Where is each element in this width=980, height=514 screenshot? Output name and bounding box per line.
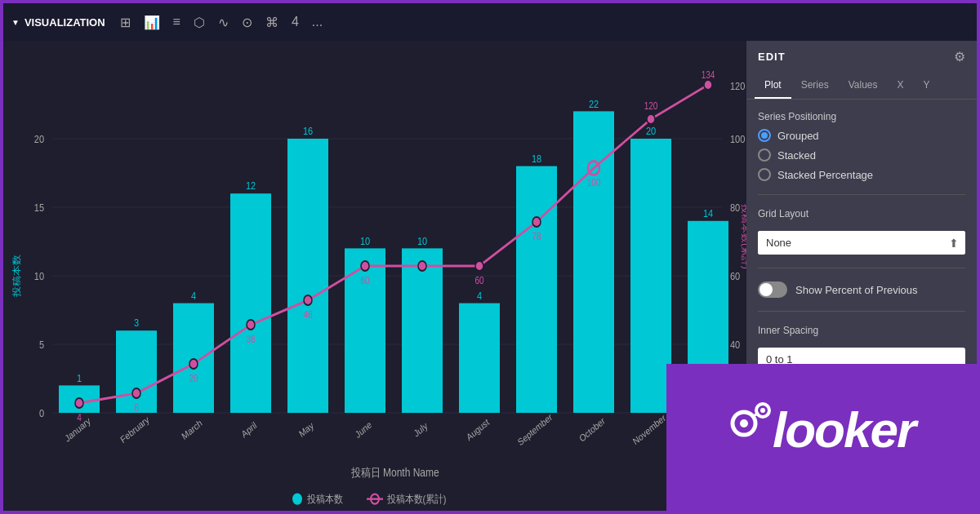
svg-text:36: 36 bbox=[246, 334, 255, 344]
svg-point-85 bbox=[740, 419, 748, 428]
tab-plot[interactable]: Plot bbox=[755, 73, 791, 99]
svg-point-53 bbox=[647, 114, 655, 124]
edit-header: EDIT ⚙ bbox=[746, 41, 977, 73]
svg-text:20: 20 bbox=[34, 133, 44, 145]
grid-layout-label: Grid Layout bbox=[758, 208, 965, 219]
radio-label-stacked-pct: Stacked Percentage bbox=[777, 169, 873, 181]
number-icon[interactable]: 4 bbox=[288, 13, 302, 31]
more-icon[interactable]: ... bbox=[309, 13, 326, 31]
svg-text:投稿日 Month Name: 投稿日 Month Name bbox=[350, 466, 439, 479]
svg-point-87 bbox=[760, 408, 765, 413]
svg-text:120: 120 bbox=[730, 80, 746, 92]
radio-circle-stacked bbox=[758, 148, 771, 162]
series-positioning-label: Series Positioning bbox=[758, 111, 965, 122]
tab-series[interactable]: Series bbox=[791, 73, 839, 99]
svg-text:40: 40 bbox=[730, 339, 740, 351]
tab-y[interactable]: Y bbox=[914, 73, 940, 99]
list-icon[interactable]: ≡ bbox=[170, 13, 184, 31]
svg-text:22: 22 bbox=[589, 98, 599, 110]
grid-layout-select[interactable]: None 2x2 3x3 bbox=[758, 231, 965, 255]
radio-grouped[interactable]: Grouped bbox=[758, 129, 965, 142]
svg-text:4: 4 bbox=[477, 290, 482, 302]
svg-text:8: 8 bbox=[134, 402, 139, 413]
svg-text:14: 14 bbox=[703, 207, 713, 219]
chart-svg: 0 5 10 15 20 20 40 60 80 100 120 投稿本数 投稿… bbox=[3, 41, 746, 511]
radio-stacked[interactable]: Stacked bbox=[758, 148, 965, 162]
svg-rect-35 bbox=[516, 166, 557, 413]
svg-rect-23 bbox=[173, 304, 214, 413]
svg-point-44 bbox=[132, 388, 140, 398]
svg-text:10: 10 bbox=[417, 235, 427, 247]
svg-text:100: 100 bbox=[730, 133, 746, 145]
viz-label: VISUALIZATION bbox=[11, 16, 105, 29]
svg-text:20: 20 bbox=[646, 125, 656, 137]
svg-rect-31 bbox=[402, 248, 443, 413]
svg-text:投稿本数: 投稿本数 bbox=[306, 493, 342, 505]
grid-layout-select-wrapper: None 2x2 3x3 ⬆ bbox=[758, 231, 965, 255]
svg-text:10: 10 bbox=[34, 270, 44, 282]
radio-circle-grouped bbox=[758, 129, 771, 142]
svg-text:18: 18 bbox=[532, 153, 541, 165]
divider-3 bbox=[758, 311, 965, 312]
svg-rect-33 bbox=[459, 304, 500, 413]
map-icon[interactable]: ⌘ bbox=[262, 13, 282, 32]
viz-label-text: VISUALIZATION bbox=[24, 16, 105, 29]
svg-text:20: 20 bbox=[189, 373, 198, 383]
svg-point-51 bbox=[532, 217, 541, 227]
svg-point-45 bbox=[189, 359, 198, 369]
svg-text:12: 12 bbox=[246, 179, 256, 192]
looker-logo-svg: looker bbox=[707, 388, 936, 486]
clock-icon[interactable]: ⊙ bbox=[238, 13, 256, 32]
grid-layout-section: Grid Layout None 2x2 3x3 ⬆ bbox=[758, 208, 965, 255]
svg-point-47 bbox=[304, 295, 312, 305]
radio-circle-stacked-pct bbox=[758, 168, 771, 181]
looker-area: looker bbox=[666, 364, 977, 511]
svg-text:looker: looker bbox=[773, 401, 919, 458]
show-percent-row: Show Percent of Previous bbox=[758, 281, 965, 298]
svg-rect-29 bbox=[345, 248, 385, 413]
svg-text:100: 100 bbox=[587, 177, 601, 188]
svg-text:10: 10 bbox=[360, 235, 370, 247]
line-icon[interactable]: ∿ bbox=[215, 13, 232, 32]
toolbar-icons: ⊞ 📊 ≡ ⬡ ∿ ⊙ ⌘ 4 ... bbox=[117, 13, 327, 32]
svg-text:60: 60 bbox=[474, 275, 483, 286]
radio-label-stacked: Stacked bbox=[777, 149, 816, 162]
svg-rect-25 bbox=[230, 193, 271, 413]
svg-text:投稿本数(累計): 投稿本数(累計) bbox=[386, 493, 446, 505]
toggle-knob bbox=[760, 283, 773, 296]
area-icon[interactable]: ⬡ bbox=[190, 13, 208, 32]
series-positioning-section: Series Positioning Grouped Stacked bbox=[758, 111, 965, 181]
bar-chart-icon[interactable]: 📊 bbox=[140, 13, 163, 32]
radio-stacked-percentage[interactable]: Stacked Percentage bbox=[758, 168, 965, 181]
show-percent-label: Show Percent of Previous bbox=[795, 284, 918, 296]
panel-tabs: Plot Series Values X Y bbox=[746, 73, 977, 100]
svg-text:投稿本数(累計): 投稿本数(累計) bbox=[741, 203, 746, 269]
tab-values[interactable]: Values bbox=[839, 73, 888, 99]
svg-point-43 bbox=[75, 398, 83, 408]
table-icon[interactable]: ⊞ bbox=[117, 13, 134, 32]
edit-title: EDIT bbox=[758, 51, 786, 63]
svg-point-79 bbox=[292, 493, 302, 504]
svg-text:46: 46 bbox=[303, 309, 312, 320]
svg-text:投稿本数: 投稿本数 bbox=[11, 255, 22, 298]
svg-text:15: 15 bbox=[34, 202, 44, 214]
svg-text:4: 4 bbox=[191, 290, 196, 302]
svg-text:120: 120 bbox=[644, 100, 658, 111]
svg-text:1: 1 bbox=[77, 372, 82, 384]
svg-text:60: 60 bbox=[730, 270, 740, 282]
show-percent-toggle[interactable] bbox=[758, 281, 787, 298]
svg-text:78: 78 bbox=[532, 231, 541, 241]
tab-x[interactable]: X bbox=[888, 73, 914, 99]
divider-2 bbox=[758, 268, 965, 268]
radio-group: Grouped Stacked Stacked Percentage bbox=[758, 129, 965, 181]
svg-text:134: 134 bbox=[702, 69, 715, 80]
svg-rect-21 bbox=[116, 330, 157, 413]
radio-label-grouped: Grouped bbox=[777, 130, 819, 142]
svg-point-49 bbox=[418, 261, 426, 271]
svg-text:60: 60 bbox=[360, 275, 369, 286]
svg-point-50 bbox=[475, 261, 483, 271]
inner-spacing-label: Inner Spacing bbox=[758, 325, 965, 336]
gear-icon[interactable]: ⚙ bbox=[954, 49, 965, 64]
divider-1 bbox=[758, 194, 965, 195]
svg-text:80: 80 bbox=[730, 202, 740, 214]
